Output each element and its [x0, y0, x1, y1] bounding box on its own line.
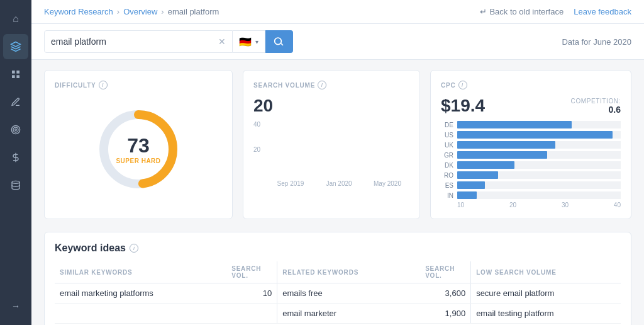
- similar-kw-2: [55, 304, 226, 324]
- cpc-row-gr: GR: [441, 151, 621, 159]
- cpc-top-row: $19.4 COMPETITION: 0.6: [441, 96, 621, 116]
- svg-rect-1: [12, 71, 15, 74]
- low-sv-1: secure email platform: [471, 283, 621, 304]
- cpc-bar-wrap-gr: [457, 151, 621, 159]
- difficulty-sublabel: SUPER HARD: [116, 157, 160, 165]
- sidebar-expand-arrow[interactable]: →: [3, 294, 28, 319]
- cpc-row-in: IN: [441, 191, 621, 199]
- sv-x-axis: Sep 2019 Jan 2020 May 2020: [269, 180, 409, 187]
- engine-flag: 🇩🇪: [239, 36, 252, 48]
- breadcrumb-overview[interactable]: Overview: [123, 7, 157, 16]
- sidebar-icon-database[interactable]: [3, 173, 28, 198]
- cpc-bar-wrap-de: [457, 121, 621, 128]
- col-related-vol: SEARCH VOL.: [420, 261, 470, 283]
- cpc-bar-wrap-in: [457, 191, 621, 199]
- breadcrumb-current: email platform: [168, 7, 219, 16]
- cpc-bar-wrap-es: [457, 181, 621, 189]
- difficulty-info-icon[interactable]: i: [99, 81, 108, 89]
- sv-y-20: 20: [253, 146, 260, 153]
- search-clear-icon[interactable]: ✕: [218, 37, 226, 47]
- cpc-bar-wrap-ro: [457, 171, 621, 179]
- x-label-may2020: May 2020: [365, 180, 409, 187]
- cpc-row-de: DE: [441, 121, 621, 128]
- cpc-country-dk: DK: [441, 162, 453, 169]
- cpc-row-us: US: [441, 131, 621, 139]
- cpc-country-gr: GR: [441, 152, 453, 159]
- sidebar-icon-dollar[interactable]: [3, 145, 28, 170]
- cpc-bar-wrap-us: [457, 131, 621, 139]
- svg-rect-2: [16, 71, 19, 74]
- topbar-right: ↵ Back to old interface Leave feedback: [480, 7, 631, 16]
- engine-dropdown-icon: ▾: [255, 38, 258, 45]
- svg-rect-3: [12, 75, 15, 78]
- similar-kw-1: email marketing platforms: [55, 283, 226, 304]
- cpc-x-20: 20: [509, 202, 516, 208]
- cpc-row-ro: RO: [441, 171, 621, 179]
- cpc-card: CPC i $19.4 COMPETITION: 0.6 DE: [430, 70, 631, 219]
- breadcrumb-sep-1: ›: [117, 7, 119, 16]
- metrics-cards: DIFFICULTY i 73 SUPER HARD: [44, 70, 631, 219]
- table-row: email marketing platforms 10 emails free…: [55, 283, 621, 304]
- similar-vol-1: 10: [226, 283, 277, 304]
- keyword-ideas-title: Keyword ideas i: [55, 242, 621, 254]
- cpc-info-icon[interactable]: i: [458, 81, 467, 89]
- main-content: Keyword Research › Overview › email plat…: [31, 0, 644, 325]
- donut-container: 73 SUPER HARD: [91, 102, 186, 197]
- sv-bars: [269, 121, 409, 178]
- competition-value: 0.6: [571, 105, 621, 115]
- cpc-country-us: US: [441, 132, 453, 139]
- content-area: DIFFICULTY i 73 SUPER HARD: [31, 60, 644, 325]
- searchbar: ✕ 🇩🇪 ▾ Data for June 2020: [31, 24, 644, 60]
- sidebar-icon-layers[interactable]: [3, 34, 28, 59]
- related-kw-1: emails free: [277, 283, 420, 304]
- related-vol-1: 3,600: [420, 283, 470, 304]
- difficulty-card: DIFFICULTY i 73 SUPER HARD: [44, 70, 233, 219]
- sidebar-icon-target[interactable]: [3, 117, 28, 142]
- leave-feedback-link[interactable]: Leave feedback: [574, 7, 631, 16]
- keyword-ideas-info-icon[interactable]: i: [130, 244, 138, 253]
- cpc-x-10: 10: [457, 202, 464, 208]
- col-similar-vol: SEARCH VOL.: [226, 261, 277, 283]
- col-similar-kw: SIMILAR KEYWORDS: [55, 261, 226, 283]
- search-engine-selector[interactable]: 🇩🇪 ▾: [233, 30, 265, 53]
- sidebar-icon-pen[interactable]: [3, 89, 28, 115]
- competition-label: COMPETITION:: [571, 98, 621, 105]
- sv-value: 20: [253, 96, 409, 116]
- cpc-x-axis: 10 20 30 40: [441, 202, 621, 208]
- cpc-row-es: ES: [441, 181, 621, 189]
- cpc-row-dk: DK: [441, 161, 621, 169]
- keywords-table: SIMILAR KEYWORDS SEARCH VOL. RELATED KEY…: [55, 261, 621, 324]
- breadcrumb: Keyword Research › Overview › email plat…: [44, 7, 219, 16]
- related-kw-2: email marketer: [277, 304, 420, 324]
- cpc-country-in: IN: [441, 192, 453, 199]
- difficulty-donut-wrap: 73 SUPER HARD: [55, 96, 222, 203]
- cpc-bar-wrap-uk: [457, 141, 621, 149]
- cpc-country-de: DE: [441, 122, 453, 128]
- back-label: Back to old interface: [489, 7, 564, 16]
- x-label-sep2019: Sep 2019: [269, 180, 313, 187]
- sidebar-icon-grid[interactable]: [3, 62, 28, 87]
- cpc-row-uk: UK: [441, 141, 621, 149]
- cpc-label: CPC i: [441, 81, 621, 89]
- back-to-old-button[interactable]: ↵ Back to old interface: [480, 7, 564, 16]
- difficulty-label: DIFFICULTY i: [55, 81, 222, 89]
- sidebar-icon-home[interactable]: ⌂: [3, 6, 28, 31]
- svg-rect-4: [16, 75, 19, 78]
- search-button[interactable]: [265, 30, 293, 53]
- cpc-country-bars: DE US UK GR: [441, 121, 621, 199]
- search-input[interactable]: [51, 37, 214, 47]
- sv-info-icon[interactable]: i: [318, 81, 326, 89]
- table-row: email marketer 1,900 email testing platf…: [55, 304, 621, 324]
- svg-point-7: [15, 129, 17, 131]
- svg-point-9: [12, 181, 19, 183]
- breadcrumb-keyword-research[interactable]: Keyword Research: [44, 7, 113, 16]
- cpc-bar-wrap-dk: [457, 161, 621, 169]
- related-vol-2: 1,900: [420, 304, 470, 324]
- cpc-x-40: 40: [614, 202, 621, 208]
- keyword-ideas-section: Keyword ideas i SIMILAR KEYWORDS SEARCH …: [44, 232, 631, 325]
- data-for-label: Data for June 2020: [562, 37, 631, 47]
- difficulty-value: 73: [116, 134, 160, 157]
- similar-vol-2: [226, 304, 277, 324]
- search-input-wrap[interactable]: ✕: [44, 30, 233, 53]
- svg-point-6: [13, 127, 18, 132]
